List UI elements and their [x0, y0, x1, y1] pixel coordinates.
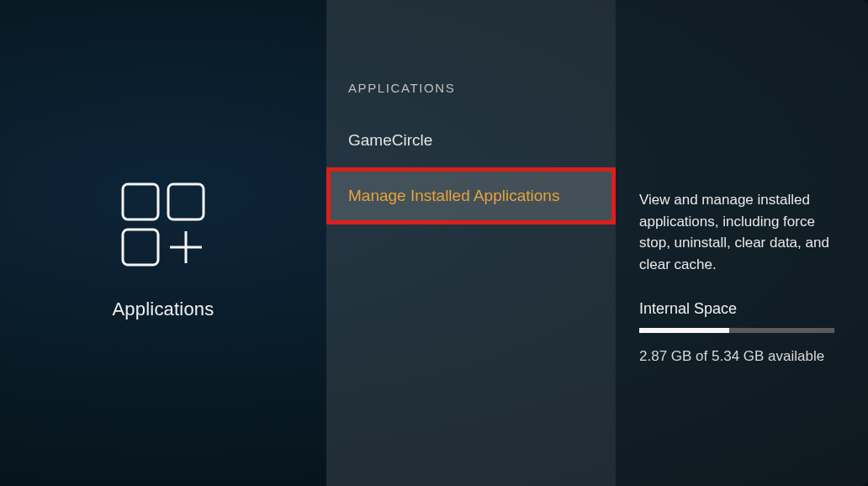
section-header: APPLICATIONS — [326, 81, 616, 119]
menu-item-manage-installed-applications[interactable]: Manage Installed Applications — [326, 167, 616, 225]
item-description: View and manage installed applications, … — [639, 189, 844, 275]
storage-available-text: 2.87 GB of 5.34 GB available — [639, 348, 844, 365]
applications-icon — [119, 181, 207, 268]
storage-progress-bar — [639, 328, 834, 333]
left-panel: Applications — [0, 0, 326, 486]
left-section-label: Applications — [112, 298, 214, 320]
svg-rect-0 — [123, 184, 158, 219]
middle-panel: APPLICATIONS GameCircle Manage Installed… — [326, 0, 616, 486]
menu-item-gamecircle[interactable]: GameCircle — [326, 119, 616, 162]
svg-rect-2 — [123, 230, 158, 265]
right-panel: View and manage installed applications, … — [616, 0, 868, 486]
storage-progress-fill — [639, 328, 729, 333]
internal-space-label: Internal Space — [639, 300, 844, 318]
svg-rect-1 — [168, 184, 204, 219]
